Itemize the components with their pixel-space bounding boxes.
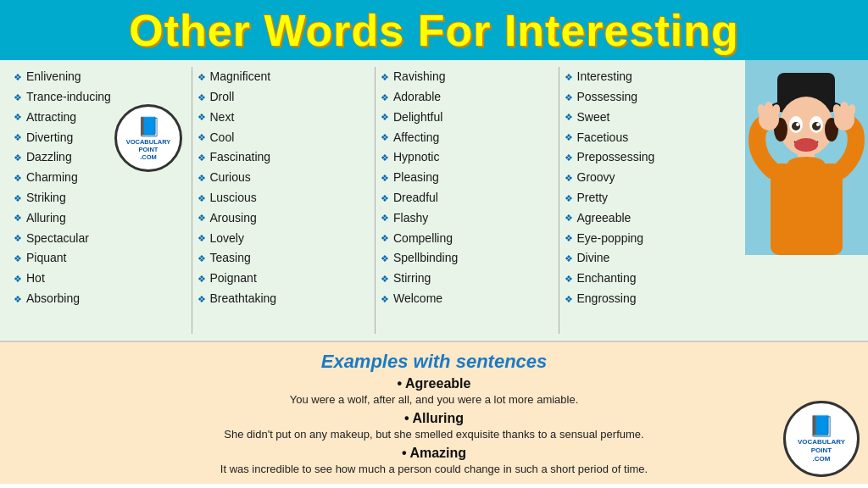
list-item: Striking	[14, 188, 186, 208]
logo-text-bottom: VOCABULARYPOINT.COM	[798, 438, 845, 464]
list-item: Charming	[14, 168, 186, 188]
example-word-2: Alluring	[17, 411, 851, 426]
example-word-3: Amazing	[17, 446, 851, 461]
logo-icon: 📘	[137, 116, 160, 138]
list-item: Dreadful	[381, 188, 554, 208]
list-item: Delightful	[381, 108, 554, 128]
list-item: Affecting	[381, 128, 554, 148]
svg-rect-14	[771, 164, 843, 255]
examples-section: Examples with sentences Agreeable You we…	[0, 341, 868, 485]
list-item: Welcome	[381, 289, 554, 309]
header: Other Words For Interesting	[0, 0, 868, 60]
list-item: Poignant	[198, 269, 370, 289]
list-item: Spectacular	[14, 229, 186, 249]
person-illustration	[745, 60, 868, 255]
page-wrapper: Other Words For Interesting 📘 VOCABULARY…	[0, 0, 868, 484]
list-item: Fascinating	[198, 147, 370, 168]
logo-circle-main: 📘 VOCABULARYPOINT.COM	[114, 104, 182, 172]
examples-title: Examples with sentences	[17, 351, 851, 373]
list-item: Interesting	[565, 67, 737, 87]
word-column-2: Magnificent Droll Next Cool Fascinating …	[192, 67, 376, 333]
logo-icon-bottom: 📘	[809, 414, 834, 438]
list-item: Facetious	[565, 128, 737, 148]
word-column-3: Ravishing Adorable Delightful Affecting …	[376, 67, 559, 333]
list-item: Alluring	[14, 208, 186, 229]
example-sentence-2: She didn't put on any makeup, but she sm…	[17, 427, 851, 442]
words-section: 📘 VOCABULARYPOINT.COM Enlivening Trance-…	[0, 60, 868, 340]
svg-point-10	[796, 123, 799, 126]
list-item: Flashy	[381, 208, 554, 229]
list-item: Magnificent	[198, 67, 370, 87]
list-item: Possessing	[565, 87, 737, 108]
example-1: Agreeable You were a wolf, after all, an…	[17, 376, 851, 408]
svg-point-8	[792, 122, 800, 130]
list-item: Ravishing	[381, 67, 554, 87]
list-item: Prepossessing	[565, 147, 737, 168]
list-item: Luscious	[198, 188, 370, 208]
word-column-1: Enlivening Trance-inducing Attracting Di…	[8, 67, 192, 333]
list-item: Enchanting	[565, 269, 737, 289]
list-item: Enlivening	[14, 67, 186, 87]
list-item: Adorable	[381, 87, 554, 108]
list-item: Pretty	[565, 188, 737, 208]
list-item: Droll	[198, 87, 370, 108]
list-item: Eye-popping	[565, 229, 737, 249]
list-item: Cool	[198, 128, 370, 148]
page-title: Other Words For Interesting	[0, 7, 868, 55]
list-item: Hypnotic	[381, 147, 554, 168]
list-item: Sweet	[565, 108, 737, 128]
svg-point-11	[816, 123, 820, 126]
list-item: Absorbing	[14, 289, 186, 309]
example-word-1: Agreeable	[17, 376, 851, 391]
list-item: Trance-inducing	[14, 87, 186, 108]
list-item: Spellbinding	[381, 248, 554, 269]
list-item: Divine	[565, 248, 737, 269]
list-item: Arousing	[198, 208, 370, 229]
example-sentence-1: You were a wolf, after all, and you were…	[17, 392, 851, 408]
list-item: Next	[198, 108, 370, 128]
list-item: Pleasing	[381, 168, 554, 188]
main-area: 📘 VOCABULARYPOINT.COM Enlivening Trance-…	[0, 60, 868, 484]
list-item: Curious	[198, 168, 370, 188]
list-item: Teasing	[198, 248, 370, 269]
example-3: Amazing It was incredible to see how muc…	[17, 446, 851, 477]
list-item: Lovely	[198, 229, 370, 249]
list-item: Breathtaking	[198, 289, 370, 309]
svg-point-9	[812, 122, 821, 130]
svg-point-15	[787, 157, 825, 170]
logo-circle-bottom: 📘 VOCABULARYPOINT.COM	[783, 401, 860, 477]
list-item: Agreeable	[565, 208, 737, 229]
example-2: Alluring She didn't put on any makeup, b…	[17, 411, 851, 442]
list-item: Hot	[14, 269, 186, 289]
example-sentence-3: It was incredible to see how much a pers…	[17, 462, 851, 477]
list-item: Compelling	[381, 229, 554, 249]
list-item: Groovy	[565, 168, 737, 188]
list-item: Piquant	[14, 248, 186, 269]
list-item: Engrossing	[565, 289, 737, 309]
logo-text: VOCABULARYPOINT.COM	[126, 138, 171, 161]
list-item: Stirring	[381, 269, 554, 289]
